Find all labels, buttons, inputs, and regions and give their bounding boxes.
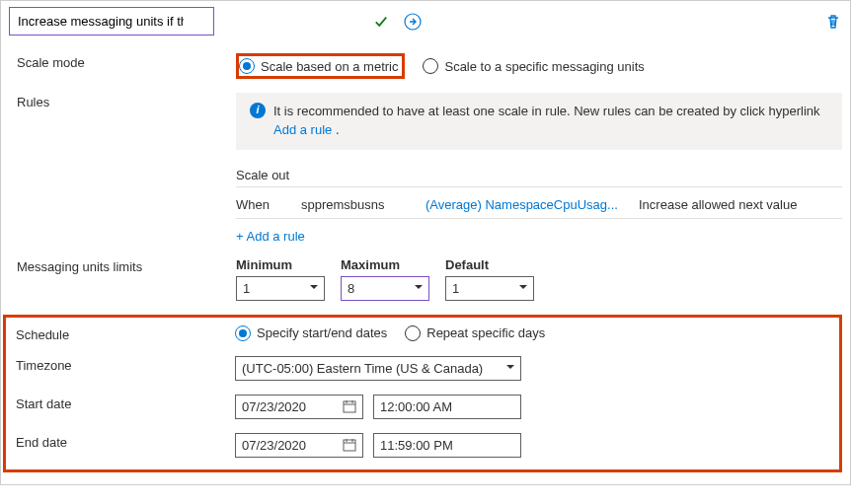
max-label: Maximum bbox=[341, 257, 429, 272]
rule-resource: sppremsbusns bbox=[301, 197, 410, 212]
end-time-value: 11:59:00 PM bbox=[380, 438, 453, 453]
chevron-down-icon bbox=[415, 281, 423, 296]
min-select[interactable]: 1 bbox=[236, 276, 325, 301]
scale-mode-specific-radio[interactable]: Scale to a specific messaging units bbox=[423, 58, 644, 74]
rule-action: Increase allowed next value bbox=[639, 197, 842, 212]
rules-info-text: It is recommended to have at least one s… bbox=[273, 103, 828, 140]
scale-mode-label: Scale mode bbox=[9, 53, 236, 70]
default-value: 1 bbox=[452, 281, 459, 296]
submit-arrow-icon[interactable] bbox=[404, 13, 422, 31]
timezone-select[interactable]: (UTC-05:00) Eastern Time (US & Canada) bbox=[235, 356, 521, 381]
scale-mode-options: Scale based on a metric Scale to a speci… bbox=[236, 53, 842, 79]
scale-mode-specific-label: Scale to a specific messaging units bbox=[444, 59, 644, 74]
autoscale-panel: Scale mode Scale based on a metric Scale… bbox=[0, 0, 851, 485]
default-label: Default bbox=[445, 257, 534, 272]
title-wrapper bbox=[9, 7, 396, 36]
end-date-row: End date 07/23/2020 11:59:00 PM bbox=[8, 433, 833, 458]
scale-mode-metric-label: Scale based on a metric bbox=[261, 59, 398, 74]
default-select[interactable]: 1 bbox=[445, 276, 534, 301]
start-date-value: 07/23/2020 bbox=[242, 399, 306, 414]
info-icon: i bbox=[250, 103, 266, 118]
start-date-label: Start date bbox=[8, 395, 235, 411]
start-date-row: Start date 07/23/2020 12:00:00 AM bbox=[8, 395, 833, 419]
svg-rect-2 bbox=[344, 440, 355, 451]
end-date-value: 07/23/2020 bbox=[242, 438, 306, 453]
timezone-row: Timezone (UTC-05:00) Eastern Time (US & … bbox=[8, 356, 833, 381]
schedule-label: Schedule bbox=[8, 325, 235, 342]
schedule-block: Schedule Specify start/end dates Repeat … bbox=[3, 315, 842, 472]
start-time-input[interactable]: 12:00:00 AM bbox=[373, 395, 521, 419]
scale-mode-metric-radio[interactable]: Scale based on a metric bbox=[239, 58, 398, 74]
max-value: 8 bbox=[348, 281, 354, 296]
schedule-dates-label: Specify start/end dates bbox=[257, 325, 387, 340]
chevron-down-icon bbox=[519, 281, 527, 296]
schedule-repeat-radio[interactable]: Repeat specific days bbox=[405, 325, 545, 341]
rules-info-box: i It is recommended to have at least one… bbox=[236, 93, 842, 150]
add-rule-link[interactable]: + Add a rule bbox=[236, 229, 305, 244]
rules-row: Rules i It is recommended to have at lea… bbox=[9, 93, 842, 244]
rule-metric-link[interactable]: (Average) NamespaceCpuUsag... bbox=[426, 197, 623, 212]
schedule-options: Specify start/end dates Repeat specific … bbox=[235, 325, 833, 341]
chevron-down-icon bbox=[310, 281, 318, 296]
start-time-value: 12:00:00 AM bbox=[380, 399, 452, 414]
rule-when-label: When bbox=[236, 197, 285, 212]
end-date-input[interactable]: 07/23/2020 bbox=[235, 433, 363, 458]
calendar-icon bbox=[343, 438, 356, 452]
min-value: 1 bbox=[243, 281, 250, 296]
rule-row[interactable]: When sppremsbusns (Average) NamespaceCpu… bbox=[236, 187, 842, 219]
schedule-repeat-label: Repeat specific days bbox=[426, 325, 545, 340]
limits-row: Messaging units limits Minimum 1 Maximum… bbox=[9, 257, 842, 301]
end-time-input[interactable]: 11:59:00 PM bbox=[373, 433, 521, 458]
delete-icon[interactable] bbox=[824, 13, 842, 31]
scale-out-heading: Scale out bbox=[236, 168, 842, 187]
calendar-icon bbox=[343, 399, 356, 413]
title-row bbox=[9, 7, 842, 36]
rules-info-prefix: It is recommended to have at least one s… bbox=[273, 104, 820, 118]
limits-group: Minimum 1 Maximum 8 Default bbox=[236, 257, 842, 301]
limits-label: Messaging units limits bbox=[9, 257, 236, 274]
rules-info-suffix: . bbox=[336, 122, 340, 137]
start-date-input[interactable]: 07/23/2020 bbox=[235, 395, 363, 419]
chevron-down-icon bbox=[506, 361, 514, 376]
rules-label: Rules bbox=[9, 93, 236, 109]
scale-mode-row: Scale mode Scale based on a metric Scale… bbox=[9, 53, 842, 79]
checkmark-icon bbox=[374, 15, 388, 29]
condition-name-input[interactable] bbox=[9, 7, 214, 36]
rules-table: Scale out When sppremsbusns (Average) Na… bbox=[236, 168, 842, 244]
timezone-value: (UTC-05:00) Eastern Time (US & Canada) bbox=[242, 361, 483, 376]
min-label: Minimum bbox=[236, 257, 325, 272]
end-date-label: End date bbox=[8, 433, 235, 450]
schedule-row: Schedule Specify start/end dates Repeat … bbox=[8, 325, 833, 342]
svg-rect-1 bbox=[344, 401, 355, 412]
add-a-rule-link-in-info[interactable]: Add a rule bbox=[273, 122, 332, 137]
max-select[interactable]: 8 bbox=[341, 276, 429, 301]
timezone-label: Timezone bbox=[8, 356, 235, 373]
schedule-dates-radio[interactable]: Specify start/end dates bbox=[235, 325, 387, 341]
